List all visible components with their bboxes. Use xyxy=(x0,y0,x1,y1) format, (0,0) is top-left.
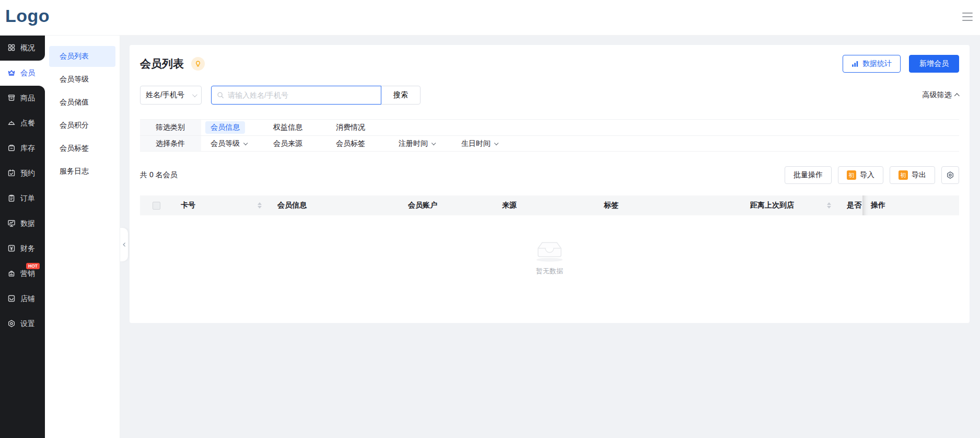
submenu-member-stored-value[interactable]: 会员储值 xyxy=(49,92,115,113)
submenu-member-points[interactable]: 会员积分 xyxy=(49,115,115,136)
sidebar-item-booking[interactable]: 预约 xyxy=(0,161,45,186)
batch-operation-button[interactable]: 批量操作 xyxy=(785,166,832,184)
member-count: 共 0 名会员 xyxy=(140,170,178,180)
filter-tab-member-info[interactable]: 会员信息 xyxy=(211,121,273,134)
column-settings-button[interactable] xyxy=(941,166,959,184)
submenu-member-list[interactable]: 会员列表 xyxy=(49,46,115,67)
condition-birthday-time[interactable]: 生日时间 xyxy=(461,139,524,148)
condition-register-time[interactable]: 注册时间 xyxy=(399,139,461,148)
filter-tab-label: 消费情况 xyxy=(336,123,365,132)
column-label: 操作 xyxy=(871,201,885,210)
bar-chart-icon xyxy=(851,60,859,67)
filter-tab-rights-info[interactable]: 权益信息 xyxy=(273,123,336,132)
sidebar-item-settings[interactable]: 设置 xyxy=(0,312,45,337)
sidebar-item-label: 财务 xyxy=(20,244,35,253)
add-member-label: 新增会员 xyxy=(919,59,949,68)
data-icon xyxy=(7,219,16,229)
submenu-service-log[interactable]: 服务日志 xyxy=(49,161,115,182)
empty-state-text: 暂无数据 xyxy=(536,267,563,276)
select-all-checkbox[interactable] xyxy=(153,202,160,210)
sidebar-item-label: 库存 xyxy=(20,144,35,153)
export-button[interactable]: 初 导出 xyxy=(890,166,935,184)
column-card-number[interactable]: 卡号 xyxy=(172,195,269,215)
logo: Logo xyxy=(0,6,50,29)
column-last-visit[interactable]: 距离上次到店 xyxy=(742,195,838,215)
sidebar-item-finance[interactable]: 财务 xyxy=(0,236,45,261)
sidebar-item-label: 概况 xyxy=(20,43,35,53)
chevron-up-icon xyxy=(954,94,959,98)
export-label: 导出 xyxy=(912,170,926,180)
shop-icon xyxy=(7,294,16,304)
advanced-filter-toggle[interactable]: 高级筛选 xyxy=(923,90,960,100)
sidebar-item-label: 商品 xyxy=(20,94,35,103)
sort-icon[interactable] xyxy=(827,202,831,209)
dining-icon xyxy=(7,119,16,129)
page-title: 会员列表 xyxy=(140,56,184,71)
sidebar-item-ordering[interactable]: 点餐 xyxy=(0,111,45,136)
search-button[interactable]: 搜索 xyxy=(381,86,421,105)
batch-label: 批量操作 xyxy=(794,170,823,180)
settings-icon xyxy=(7,319,16,329)
search-input[interactable] xyxy=(228,91,376,99)
column-label: 标签 xyxy=(604,201,619,210)
sidebar-item-store[interactable]: 店铺 xyxy=(0,286,45,312)
advanced-filter-label: 高级筛选 xyxy=(923,90,952,100)
column-truncated: 是否 xyxy=(838,195,862,215)
column-actions: 操作 xyxy=(862,195,959,215)
column-member-account: 会员账户 xyxy=(400,195,494,215)
filter-tab-label: 会员信息 xyxy=(205,121,245,134)
column-label: 会员账户 xyxy=(408,201,437,210)
sidebar-item-inventory[interactable]: 库存 xyxy=(0,136,45,161)
sidebar-item-label: 会员 xyxy=(20,68,35,78)
filter-category-label: 筛选类别 xyxy=(140,120,201,135)
column-tags: 标签 xyxy=(596,195,742,215)
sidebar-item-label: 数据 xyxy=(20,219,35,228)
chevron-down-icon xyxy=(243,141,248,145)
hamburger-menu-icon[interactable] xyxy=(962,13,973,24)
condition-label: 会员来源 xyxy=(273,139,302,148)
search-icon xyxy=(217,91,224,99)
filter-condition-label: 选择条件 xyxy=(140,136,201,151)
sidebar-item-goods[interactable]: 商品 xyxy=(0,86,45,111)
data-statistics-button[interactable]: 数据统计 xyxy=(843,55,901,73)
sidebar-item-label: 订单 xyxy=(20,194,35,203)
condition-member-tag[interactable]: 会员标签 xyxy=(336,139,399,148)
goods-icon xyxy=(7,94,16,103)
primary-sidebar: 概况 会员 商品 点餐 库存 预约 xyxy=(0,36,45,438)
new-feature-badge: 初 xyxy=(899,170,908,180)
submenu-member-level[interactable]: 会员等级 xyxy=(49,69,115,90)
sidebar-item-orders[interactable]: 订单 xyxy=(0,186,45,211)
condition-member-source[interactable]: 会员来源 xyxy=(273,139,336,148)
add-member-button[interactable]: 新增会员 xyxy=(909,55,959,73)
submenu-member-tags[interactable]: 会员标签 xyxy=(49,138,115,159)
column-label: 距离上次到店 xyxy=(750,201,794,210)
secondary-sidebar: 会员列表 会员等级 会员储值 会员积分 会员标签 服务日志 xyxy=(45,36,120,438)
sort-icon[interactable] xyxy=(258,202,262,209)
chevron-down-icon xyxy=(494,141,498,145)
import-button[interactable]: 初 导入 xyxy=(838,166,883,184)
column-label: 会员信息 xyxy=(277,201,307,210)
condition-label: 会员标签 xyxy=(336,139,365,148)
filter-panel: 筛选类别 会员信息 权益信息 消费情况 选择条件 会员等级 会员来源 会员标签 … xyxy=(140,119,959,152)
sidebar-item-marketing[interactable]: 营销 HOT xyxy=(0,261,45,286)
crown-icon xyxy=(7,68,16,78)
sidebar-item-label: 预约 xyxy=(20,169,35,178)
column-label: 来源 xyxy=(502,201,517,210)
app-header: Logo xyxy=(0,0,980,36)
search-field-select[interactable]: 姓名/手机号 xyxy=(140,86,202,105)
table-header: 卡号 会员信息 会员账户 来源 标签 距离上次到店 是否 操作 xyxy=(140,195,959,215)
condition-member-level[interactable]: 会员等级 xyxy=(211,139,273,148)
dashboard-icon xyxy=(7,43,16,53)
gear-icon xyxy=(946,171,954,179)
empty-state: 暂无数据 xyxy=(140,239,959,276)
new-feature-badge: 初 xyxy=(847,170,856,180)
sidebar-item-data[interactable]: 数据 xyxy=(0,211,45,236)
sidebar-item-overview[interactable]: 概况 xyxy=(0,36,45,61)
sidebar-item-members[interactable]: 会员 xyxy=(0,61,45,86)
sidebar-item-label: 点餐 xyxy=(20,119,35,128)
finance-icon xyxy=(7,244,16,254)
help-lightbulb-icon[interactable] xyxy=(191,57,205,71)
sidebar-collapse-handle[interactable] xyxy=(120,228,128,261)
chevron-down-icon xyxy=(431,141,436,145)
filter-tab-consumption[interactable]: 消费情况 xyxy=(336,123,399,132)
